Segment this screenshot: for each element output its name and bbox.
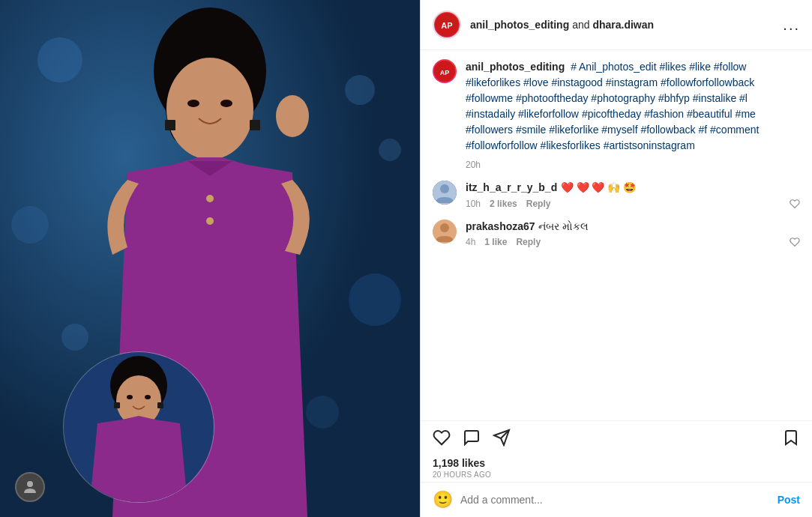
comment-1-avatar[interactable] [433, 181, 457, 205]
post-content: AP anil_photos_editing # Anil_photos_edi… [421, 50, 812, 420]
svg-point-36 [440, 223, 449, 232]
comment-1: itz_h_a_r_r_y_b_d ❤️ ❤️ ❤️ 🙌 🤩 10h 2 lik… [433, 181, 800, 209]
user-avatar-bottom [15, 472, 45, 502]
main-username[interactable]: anil_photos_editing [470, 19, 569, 31]
comment-2-likes: 1 like [484, 237, 507, 247]
caption-username[interactable]: anil_photos_editing [466, 61, 565, 73]
caption-avatar[interactable]: AP [433, 59, 457, 83]
right-panel: AP anil_photos_editing and dhara.diwan .… [420, 0, 812, 517]
comment-2-time: 4h [466, 237, 475, 247]
comment-2-heart-icon[interactable] [790, 237, 800, 247]
comment-1-meta: 10h 2 likes Reply [466, 199, 800, 209]
comment-1-time: 10h [466, 199, 481, 209]
comment-2-body: નંબર મોકલ [538, 220, 589, 232]
comment-2-meta: 4h 1 like Reply [466, 237, 800, 247]
svg-point-19 [276, 95, 309, 137]
comment-2-reply-button[interactable]: Reply [516, 237, 541, 247]
comment-2: prakashoza67 નંબર મોકલ 4h 1 like Reply [433, 220, 800, 248]
comment-1-content: itz_h_a_r_r_y_b_d ❤️ ❤️ ❤️ 🙌 🤩 10h 2 lik… [466, 181, 800, 209]
emoji-button[interactable]: 🙂 [433, 490, 453, 510]
post-button[interactable]: Post [778, 494, 800, 506]
comment-input[interactable] [460, 494, 778, 506]
action-bar [421, 420, 812, 454]
svg-rect-14 [165, 120, 175, 130]
svg-point-11 [166, 58, 253, 160]
svg-point-4 [379, 139, 401, 161]
svg-point-6 [349, 273, 401, 326]
comment-input-bar: 🙂 Post [421, 482, 812, 517]
svg-point-2 [37, 37, 82, 82]
share-icon[interactable] [493, 429, 511, 447]
svg-point-5 [11, 206, 49, 244]
comment-1-emojis: ❤️ ❤️ ❤️ 🙌 🤩 [561, 181, 637, 193]
header-avatar[interactable]: AP [433, 10, 461, 39]
comment-2-content: prakashoza67 નંબર મોકલ 4h 1 like Reply [466, 220, 800, 248]
svg-point-13 [220, 100, 232, 107]
svg-text:AP: AP [440, 69, 450, 76]
svg-point-25 [145, 395, 151, 399]
post-header: AP anil_photos_editing and dhara.diwan .… [421, 0, 812, 50]
svg-point-18 [206, 217, 214, 225]
svg-rect-27 [157, 402, 163, 408]
svg-point-3 [345, 75, 375, 105]
svg-point-12 [187, 100, 199, 107]
time-ago: 20 HOURS AGO [433, 471, 800, 479]
action-icons [433, 429, 782, 447]
comment-1-username[interactable]: itz_h_a_r_r_y_b_d [466, 181, 557, 193]
comment-1-reply-button[interactable]: Reply [526, 199, 551, 209]
collab-text: and [572, 19, 592, 31]
likes-section: 1,198 likes 20 HOURS AGO [421, 454, 812, 482]
comment-1-heart-icon[interactable] [790, 199, 800, 209]
caption-block: AP anil_photos_editing # Anil_photos_edi… [433, 59, 800, 172]
more-options-button[interactable]: ... [783, 16, 800, 34]
likes-count[interactable]: 1,198 likes [433, 457, 800, 469]
comment-2-avatar[interactable] [433, 220, 457, 244]
caption-text: anil_photos_editing # Anil_photos_edit #… [466, 59, 800, 172]
svg-text:AP: AP [441, 21, 452, 30]
main-photo [0, 0, 420, 517]
like-icon[interactable] [433, 429, 451, 447]
caption-timestamp: 20h [466, 158, 800, 172]
comment-1-likes: 2 likes [490, 199, 517, 209]
caption-body: # Anil_photos_edit #likes #like #follow … [466, 61, 759, 151]
svg-point-17 [206, 195, 214, 202]
bookmark-icon[interactable] [782, 429, 800, 447]
comment-2-username[interactable]: prakashoza67 [466, 220, 535, 232]
comment-icon[interactable] [463, 429, 481, 447]
svg-point-24 [127, 395, 133, 399]
header-usernames: anil_photos_editing and dhara.diwan [470, 19, 783, 31]
svg-rect-26 [114, 402, 120, 408]
svg-point-28 [27, 481, 33, 487]
svg-point-7 [61, 324, 88, 351]
svg-point-8 [306, 396, 339, 429]
svg-point-34 [440, 184, 449, 193]
photo-panel [0, 0, 420, 517]
collab-username[interactable]: dhara.diwan [592, 19, 654, 31]
svg-rect-15 [250, 120, 260, 130]
